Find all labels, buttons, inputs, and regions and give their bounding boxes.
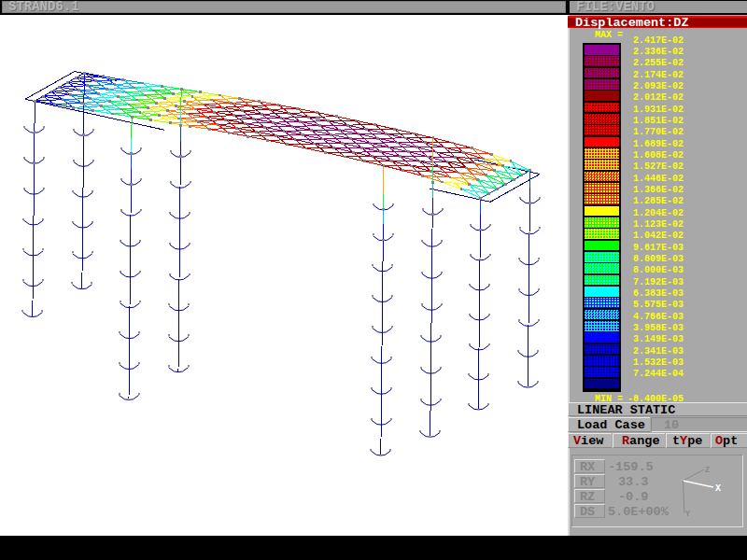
svg-text:X: X [715,483,721,494]
svg-text:Y: Y [685,510,691,519]
svg-text:Z: Z [705,466,710,475]
